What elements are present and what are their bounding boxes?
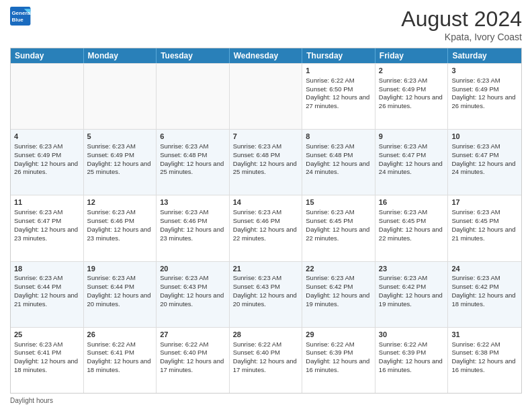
sunset: Sunset: 6:43 PM [233,283,299,291]
day-number: 29 [306,330,371,340]
day-number: 19 [87,264,153,274]
cal-cell: 18Sunrise: 6:23 AMSunset: 6:44 PMDayligh… [11,262,84,327]
cal-cell: 9Sunrise: 6:23 AMSunset: 6:47 PMDaylight… [375,130,449,195]
sunrise: Sunrise: 6:23 AM [87,142,153,151]
day-number: 26 [87,330,153,340]
day-number: 11 [14,197,80,208]
sunset: Sunset: 6:45 PM [306,217,371,226]
sunset: Sunset: 6:47 PM [379,151,445,160]
daylight: Daylight: 12 hours and 24 minutes. [306,160,371,177]
daylight: Daylight: 12 hours and 18 minutes. [14,357,80,375]
cal-cell [11,64,84,129]
calendar-header-row: SundayMondayTuesdayWednesdayThursdayFrid… [11,48,521,63]
cal-cell: 20Sunrise: 6:23 AMSunset: 6:43 PMDayligh… [157,262,230,327]
title-block: August 2024 Kpata, Ivory Coast [401,7,522,42]
sunset: Sunset: 6:38 PM [451,349,518,357]
cal-cell: 23Sunrise: 6:23 AMSunset: 6:42 PMDayligh… [375,262,449,327]
cal-cell: 24Sunrise: 6:23 AMSunset: 6:42 PMDayligh… [448,262,521,327]
sunset: Sunset: 6:49 PM [379,85,445,94]
sunrise: Sunrise: 6:23 AM [87,274,153,283]
sunset: Sunset: 6:41 PM [14,349,80,357]
cal-header-cell: Wednesday [230,48,303,63]
cal-cell: 30Sunrise: 6:22 AMSunset: 6:39 PMDayligh… [375,328,449,393]
cal-row: 11Sunrise: 6:23 AMSunset: 6:47 PMDayligh… [11,195,521,261]
day-number: 6 [160,132,226,142]
day-number: 5 [87,132,153,142]
cal-header-cell: Tuesday [157,48,230,63]
sunset: Sunset: 6:45 PM [451,217,518,226]
day-number: 3 [451,66,518,76]
sunset: Sunset: 6:39 PM [379,349,445,357]
sunrise: Sunrise: 6:23 AM [14,208,80,217]
daylight: Daylight: 12 hours and 25 minutes. [160,160,226,177]
daylight: Daylight: 12 hours and 17 minutes. [160,357,226,375]
cal-cell [230,64,303,129]
day-number: 16 [379,197,445,208]
sunrise: Sunrise: 6:23 AM [87,208,153,217]
daylight: Daylight: 12 hours and 25 minutes. [87,160,153,177]
sunset: Sunset: 6:46 PM [160,217,226,226]
sunset: Sunset: 6:41 PM [87,349,153,357]
cal-row: 4Sunrise: 6:23 AMSunset: 6:49 PMDaylight… [11,129,521,195]
sunset: Sunset: 6:42 PM [306,283,371,291]
sunrise: Sunrise: 6:23 AM [379,208,445,217]
daylight: Daylight: 12 hours and 23 minutes. [14,226,80,243]
sunrise: Sunrise: 6:23 AM [306,208,371,217]
day-number: 14 [233,197,299,208]
daylight: Daylight: 12 hours and 24 minutes. [379,160,445,177]
sunrise: Sunrise: 6:23 AM [451,274,518,283]
sunset: Sunset: 6:50 PM [306,85,371,94]
day-number: 25 [14,330,80,340]
sunset: Sunset: 6:42 PM [451,283,518,291]
sunset: Sunset: 6:40 PM [233,349,299,357]
daylight: Daylight: 12 hours and 16 minutes. [451,357,518,375]
day-number: 10 [451,132,518,142]
sunrise: Sunrise: 6:23 AM [379,77,445,85]
sunset: Sunset: 6:40 PM [160,349,226,357]
day-number: 1 [306,66,371,76]
day-number: 7 [233,132,299,142]
cal-cell: 7Sunrise: 6:23 AMSunset: 6:48 PMDaylight… [230,130,303,195]
day-number: 18 [14,264,80,274]
sunrise: Sunrise: 6:22 AM [306,340,371,349]
daylight: Daylight: 12 hours and 20 minutes. [233,291,299,309]
logo-icon: General Blue [10,7,32,26]
sunrise: Sunrise: 6:22 AM [451,340,518,349]
daylight: Daylight: 12 hours and 26 minutes. [379,93,445,111]
cal-cell: 10Sunrise: 6:23 AMSunset: 6:47 PMDayligh… [448,130,521,195]
calendar: SundayMondayTuesdayWednesdayThursdayFrid… [10,48,522,394]
cal-cell: 3Sunrise: 6:23 AMSunset: 6:49 PMDaylight… [448,64,521,129]
sunset: Sunset: 6:44 PM [14,283,80,291]
day-number: 4 [14,132,80,142]
sunrise: Sunrise: 6:23 AM [160,274,226,283]
page: General Blue August 2024 Kpata, Ivory Co… [0,0,532,411]
daylight: Daylight: 12 hours and 22 minutes. [233,226,299,243]
sunrise: Sunrise: 6:23 AM [233,274,299,283]
cal-cell: 26Sunrise: 6:22 AMSunset: 6:41 PMDayligh… [84,328,157,393]
daylight: Daylight: 12 hours and 24 minutes. [451,160,518,177]
daylight-label: Daylight hours [10,397,53,404]
cal-cell [157,64,230,129]
daylight: Daylight: 12 hours and 26 minutes. [14,160,80,177]
cal-cell: 15Sunrise: 6:23 AMSunset: 6:45 PMDayligh… [302,195,375,261]
sunrise: Sunrise: 6:23 AM [160,208,226,217]
day-number: 8 [306,132,371,142]
footer: Daylight hours [10,397,522,404]
daylight: Daylight: 12 hours and 22 minutes. [379,226,445,243]
sunset: Sunset: 6:47 PM [451,151,518,160]
day-number: 20 [160,264,226,274]
sunrise: Sunrise: 6:22 AM [87,340,153,349]
daylight: Daylight: 12 hours and 27 minutes. [306,93,371,111]
day-number: 21 [233,264,299,274]
sunset: Sunset: 6:48 PM [160,151,226,160]
daylight: Daylight: 12 hours and 22 minutes. [306,226,371,243]
sunset: Sunset: 6:45 PM [379,217,445,226]
header: General Blue August 2024 Kpata, Ivory Co… [10,7,522,42]
daylight: Daylight: 12 hours and 21 minutes. [14,291,80,309]
month-year: August 2024 [401,7,522,32]
sunset: Sunset: 6:39 PM [306,349,371,357]
cal-header-cell: Monday [84,48,157,63]
sunrise: Sunrise: 6:23 AM [451,208,518,217]
sunrise: Sunrise: 6:23 AM [233,208,299,217]
day-number: 9 [379,132,445,142]
